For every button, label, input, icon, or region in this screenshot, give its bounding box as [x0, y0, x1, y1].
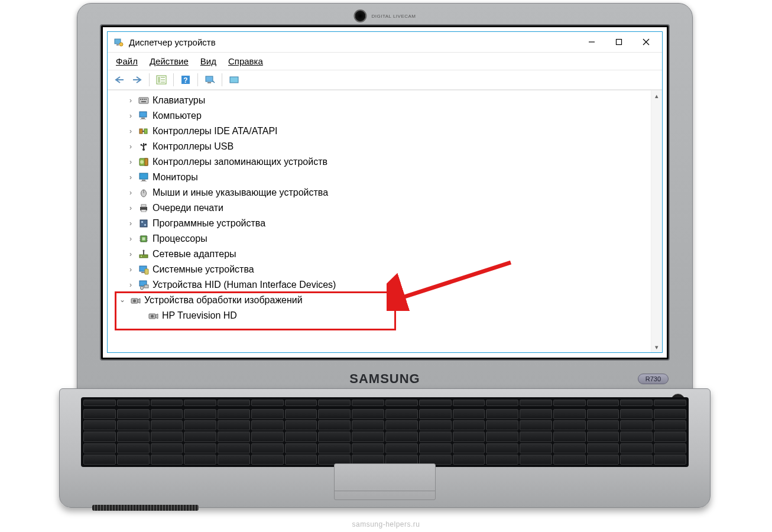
touchpad: [334, 463, 436, 500]
window-title: Диспетчер устройств: [129, 37, 578, 47]
chevron-right-icon[interactable]: ›: [126, 250, 135, 258]
scroll-down-icon[interactable]: ▾: [651, 342, 662, 352]
titlebar[interactable]: Диспетчер устройств: [108, 32, 662, 53]
laptop-webcam: DIGITAL LIVECAM: [353, 9, 416, 22]
vertical-scrollbar[interactable]: ▴ ▾: [651, 90, 662, 352]
tree-item-label: Клавиатуры: [153, 95, 205, 106]
tree-item[interactable]: › Мониторы: [113, 170, 648, 185]
close-button[interactable]: [632, 33, 660, 51]
tree-item-label: Очереди печати: [153, 203, 223, 213]
monitor-icon: [138, 172, 149, 183]
device-manager-window: Диспетчер устройств Файл Действие Вид Сп…: [107, 31, 663, 353]
menu-file[interactable]: Файл: [115, 55, 139, 67]
tree-item-label: Устройства обработки изображений: [144, 295, 303, 306]
scan-hardware-button[interactable]: [202, 72, 218, 87]
keyboard-row: [83, 420, 686, 430]
tree-item-label: Мониторы: [153, 172, 198, 183]
svg-rect-18: [230, 77, 238, 83]
tree-item-label: HP Truevision HD: [162, 310, 237, 321]
tree-item-expanded[interactable]: ⌄ Устройства обработки изображений: [113, 293, 648, 308]
tree-item[interactable]: › Сетевые адаптеры: [113, 246, 648, 262]
tree-item[interactable]: › Программные устройства: [113, 216, 648, 231]
minimize-button[interactable]: [578, 33, 605, 51]
svg-rect-48: [140, 220, 147, 227]
tree-item-label: Процессоры: [153, 233, 207, 244]
tree-item-label: Контроллеры запоминающих устройств: [153, 157, 327, 167]
vents-icon: [92, 505, 199, 511]
svg-point-68: [141, 286, 144, 290]
svg-rect-19: [139, 98, 148, 103]
tree-item-label: Контроллеры IDE ATA/ATAPI: [153, 126, 278, 137]
chevron-right-icon[interactable]: ›: [126, 281, 135, 289]
chevron-right-icon[interactable]: ›: [126, 158, 135, 166]
forward-button[interactable]: [129, 72, 145, 87]
menu-help[interactable]: Справка: [227, 55, 264, 67]
chevron-right-icon[interactable]: ›: [126, 189, 135, 197]
mouse-icon: [138, 187, 149, 198]
chevron-right-icon[interactable]: ›: [126, 265, 135, 274]
tree-child-item[interactable]: HP Truevision HD: [113, 308, 648, 323]
tree-item[interactable]: › Процессоры: [113, 231, 648, 246]
hid-icon: [138, 280, 149, 290]
chevron-right-icon[interactable]: ›: [126, 219, 135, 228]
tree-item[interactable]: › Контроллеры запоминающих устройств: [113, 154, 648, 170]
device-tree[interactable]: › Клавиатуры › Компьютер › Контроллеры I…: [113, 93, 648, 350]
chevron-right-icon[interactable]: ›: [126, 112, 135, 120]
svg-rect-22: [144, 99, 145, 100]
svg-rect-29: [144, 129, 147, 134]
tree-item[interactable]: › Контроллеры USB: [113, 139, 648, 154]
toolbar-separator: [222, 73, 222, 86]
keyboard-fn-row: [83, 400, 686, 408]
menu-view[interactable]: Вид: [199, 55, 218, 67]
laptop-palmrest: [59, 388, 711, 508]
tree-item[interactable]: › Системные устройства: [113, 262, 648, 277]
menubar: Файл Действие Вид Справка: [108, 53, 662, 70]
svg-rect-16: [206, 76, 213, 82]
chevron-right-icon[interactable]: ›: [126, 96, 135, 105]
camera-icon: [148, 310, 158, 321]
computer-icon: [138, 111, 149, 121]
show-hidden-devices-button[interactable]: [226, 72, 242, 87]
tree-item-label: Устройства HID (Human Interface Devices): [153, 280, 336, 290]
app-icon: [113, 37, 124, 47]
svg-point-62: [143, 250, 145, 252]
system-icon: [138, 264, 149, 275]
svg-rect-67: [144, 285, 148, 288]
tree-item[interactable]: › Клавиатуры: [113, 93, 648, 108]
svg-text:?: ?: [183, 76, 187, 85]
laptop-brand: SAMSUNG: [349, 371, 420, 387]
keyboard-row: [83, 432, 686, 442]
keyboard: [81, 397, 689, 467]
maximize-button[interactable]: [605, 33, 632, 51]
toolbar-separator: [149, 73, 150, 86]
chevron-right-icon[interactable]: ›: [126, 142, 135, 151]
chevron-right-icon[interactable]: ›: [126, 204, 135, 212]
tree-item[interactable]: › Контроллеры IDE ATA/ATAPI: [113, 124, 648, 139]
svg-rect-17: [207, 82, 211, 83]
chevron-right-icon[interactable]: ›: [126, 127, 135, 135]
tree-item-label: Мыши и иные указывающие устройства: [153, 187, 328, 198]
chevron-right-icon[interactable]: ›: [126, 173, 135, 181]
tree-item[interactable]: › Очереди печати: [113, 200, 648, 216]
svg-rect-50: [144, 224, 146, 226]
svg-point-2: [119, 43, 123, 46]
back-button[interactable]: [111, 72, 128, 87]
tree-item[interactable]: › Устройства HID (Human Interface Device…: [113, 277, 648, 293]
tree-item-label: Системные устройства: [153, 264, 254, 275]
tree-item[interactable]: › Компьютер: [113, 108, 648, 124]
help-button[interactable]: ?: [177, 72, 194, 87]
menu-action[interactable]: Действие: [148, 55, 190, 67]
svg-rect-42: [141, 181, 147, 181]
svg-rect-27: [140, 119, 146, 119]
svg-point-72: [151, 315, 154, 318]
show-hide-tree-button[interactable]: [153, 72, 170, 87]
chevron-right-icon[interactable]: ›: [126, 235, 135, 243]
laptop-screen: Диспетчер устройств Файл Действие Вид Сп…: [103, 27, 667, 358]
keyboard-icon: [138, 95, 149, 106]
keyboard-row: [83, 443, 686, 453]
svg-point-70: [133, 300, 136, 303]
tree-item[interactable]: › Мыши и иные указывающие устройства: [113, 185, 648, 200]
scroll-up-icon[interactable]: ▴: [651, 90, 662, 101]
laptop-model-badge: R730: [638, 374, 669, 384]
chevron-down-icon[interactable]: ⌄: [118, 296, 126, 304]
